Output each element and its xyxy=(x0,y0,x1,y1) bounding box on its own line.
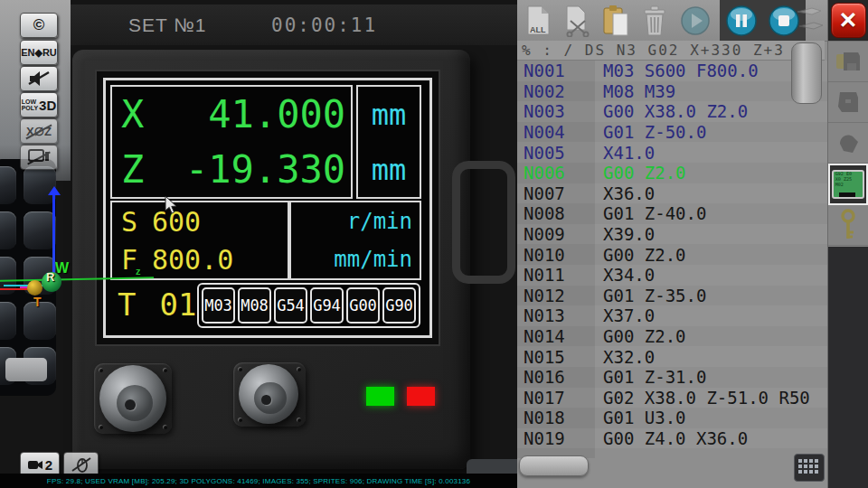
chuck-button[interactable] xyxy=(828,82,868,123)
program-monitor-icon: G92 E0 X0 Z25 M02 xyxy=(832,170,864,199)
low-poly-3d-button[interactable]: LOW POLY 3D xyxy=(20,92,58,117)
scene-header: SET №1 00:00:11 xyxy=(71,5,517,45)
gcode-line-number: N016 xyxy=(517,367,595,387)
gcode-line-number: N011 xyxy=(517,265,595,285)
axis-label-r: R xyxy=(46,270,54,284)
tools-button[interactable] xyxy=(792,2,826,39)
gcode-line[interactable]: N013X37.0 xyxy=(517,305,827,326)
paste-button[interactable] xyxy=(597,2,634,39)
gcode-line[interactable]: N011X34.0 xyxy=(517,265,827,286)
lowpoly-line2: POLY xyxy=(22,105,38,111)
debug-status-bar: FPS: 29.8; USED VRAM [MB]: 205.29; 3D PO… xyxy=(0,474,517,488)
select-all-button[interactable]: ALL xyxy=(519,2,556,39)
dro-z-label: Z xyxy=(112,147,144,192)
gcode-line-number: N015 xyxy=(517,347,595,367)
gcode-line-text: X41.0 xyxy=(595,143,655,163)
mute-button[interactable] xyxy=(20,66,58,91)
gcode-line-number: N002 xyxy=(517,81,595,101)
gcode-line-number: N008 xyxy=(517,203,595,223)
dro-position-units: mm mm xyxy=(356,85,421,199)
cut-button[interactable] xyxy=(558,2,595,39)
gcode-line[interactable]: N009X39.0 xyxy=(517,224,827,245)
gcode-line-text: X32.0 xyxy=(595,347,655,367)
close-button[interactable]: ✕ xyxy=(831,3,866,38)
copyright-button[interactable]: © xyxy=(20,13,58,38)
gcode-line[interactable]: N010G00 Z2.0 xyxy=(517,244,827,265)
key-lock-button[interactable] xyxy=(828,205,868,246)
debug-status-text: FPS: 29.8; USED VRAM [MB]: 205.29; 3D PO… xyxy=(47,477,470,485)
lowpoly-line1: LOW xyxy=(22,99,36,105)
gcode-line-text: G00 X38.0 Z2.0 xyxy=(595,101,748,121)
cut-icon xyxy=(561,5,592,37)
axis-label-z: z xyxy=(136,266,141,277)
tool-setup-button[interactable] xyxy=(828,123,868,164)
gcode-line[interactable]: N008G01 Z-40.0 xyxy=(517,203,827,224)
modal-code-box: G94 xyxy=(310,287,344,324)
program-editor-button[interactable]: G92 E0 X0 Z25 M02 xyxy=(828,164,868,205)
horizontal-scrollbar-thumb[interactable] xyxy=(519,455,589,476)
gcode-line[interactable]: N006G00 Z2.0 xyxy=(517,163,827,183)
char-palette-row[interactable]: % : / DS N3 G02 X+330 Z+3 xyxy=(517,41,825,61)
gcode-line-number: N007 xyxy=(517,183,595,203)
machine-key xyxy=(24,211,56,249)
language-toggle-button[interactable]: EN◆RU xyxy=(20,40,58,65)
gcode-line[interactable]: N005X41.0 xyxy=(517,142,827,163)
tool-label: T xyxy=(118,286,136,323)
gcode-line-number: N009 xyxy=(517,224,595,244)
speaker-muted-icon xyxy=(27,70,51,87)
gcode-list: N001M03 S600 F800.0N002M08 M39N003G00 X3… xyxy=(517,61,827,458)
machine-3d-viewport[interactable]: SET №1 00:00:11 X 41.000 Z -19.330 mm mm xyxy=(0,0,517,488)
gcode-line[interactable]: N014G00 Z2.0 xyxy=(517,326,827,347)
gcode-line[interactable]: N004G01 Z-50.0 xyxy=(517,122,827,143)
axis-label-t: T xyxy=(33,295,42,309)
axes-toggle-button[interactable]: X∅Z xyxy=(20,118,58,144)
sidebar-lower-panel xyxy=(828,247,868,488)
chuck-icon xyxy=(835,89,862,116)
gcode-line[interactable]: N002M08 M39 xyxy=(517,81,827,102)
dro-position-block: X 41.000 Z -19.330 xyxy=(110,85,353,199)
cutting-tools-icon xyxy=(794,5,825,37)
spindle-label: S xyxy=(112,206,152,238)
rotary-knob-right[interactable] xyxy=(239,364,298,424)
panel-toggle-button[interactable] xyxy=(20,145,58,170)
axes-toggle-label: X∅Z xyxy=(26,125,52,138)
virtual-keyboard-toggle[interactable] xyxy=(794,454,825,482)
rotary-knob-left[interactable] xyxy=(99,365,166,432)
delete-button[interactable] xyxy=(636,2,673,39)
modal-code-box: G90 xyxy=(382,287,416,324)
gcode-line[interactable]: N019G00 Z4.0 X36.0 xyxy=(517,428,827,449)
gcode-line-number: N013 xyxy=(517,305,595,325)
gcode-line[interactable]: N015X32.0 xyxy=(517,346,827,367)
gcode-line[interactable]: N017G02 X38.0 Z-51.0 R50 xyxy=(517,388,827,408)
gcode-line[interactable]: N007X36.0 xyxy=(517,183,827,204)
gcode-line-text: G01 Z-35.0 xyxy=(595,286,706,305)
svg-text:ALL: ALL xyxy=(530,25,546,34)
gcode-line-number: N012 xyxy=(517,286,595,305)
gcode-line[interactable]: N003G00 X38.0 Z2.0 xyxy=(517,101,827,122)
gcode-line-text: G00 Z2.0 xyxy=(595,163,686,183)
gcode-line[interactable]: N001M03 S600 F800.0 xyxy=(517,61,827,81)
feed-label: F xyxy=(112,244,152,276)
gcode-line-number: N010 xyxy=(517,245,595,265)
save-program-button[interactable] xyxy=(828,42,868,82)
gcode-line-text: G01 Z-40.0 xyxy=(595,203,706,223)
gcode-line-number: N014 xyxy=(517,326,595,346)
dro-spindle-feed-units: r/min mm/min xyxy=(289,201,421,280)
gcode-line-number: N004 xyxy=(517,122,595,142)
lowpoly-3d: 3D xyxy=(39,99,56,112)
machine-key xyxy=(0,166,16,204)
save-icon xyxy=(835,49,862,74)
modal-code-box: G00 xyxy=(346,287,380,324)
mouse-cursor xyxy=(164,195,178,215)
gcode-line[interactable]: N016G01 Z-31.0 xyxy=(517,367,827,388)
tool-holder-icon xyxy=(835,129,862,156)
play-button[interactable] xyxy=(676,2,713,39)
vertical-scrollbar-thumb[interactable] xyxy=(791,42,822,104)
dro-display: X 41.000 Z -19.330 mm mm S 600 F xyxy=(103,78,432,338)
pause-icon xyxy=(724,4,759,38)
gcode-line-text: G01 U3.0 xyxy=(595,408,686,427)
pause-button[interactable] xyxy=(722,2,760,39)
gcode-line-text: G01 Z-31.0 xyxy=(595,367,706,387)
gcode-line[interactable]: N012G01 Z-35.0 xyxy=(517,286,827,306)
gcode-line[interactable]: N018G01 U3.0 xyxy=(517,408,827,428)
